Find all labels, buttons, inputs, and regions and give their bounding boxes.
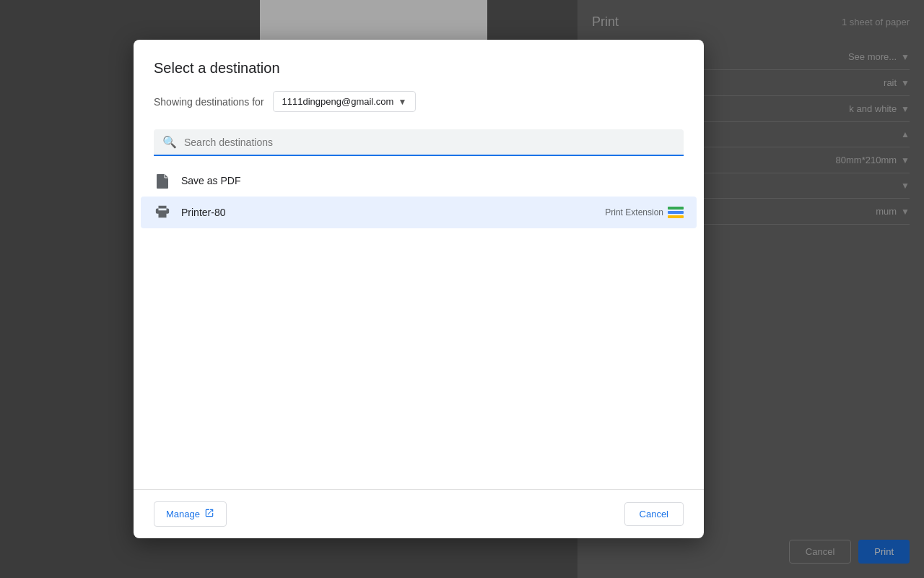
dialog-header: Select a destination Showing destination… [134,40,704,124]
printer-icon [154,204,171,221]
manage-label: Manage [166,509,200,519]
dialog-title: Select a destination [154,60,684,77]
account-dropdown[interactable]: 1111dingpeng@gmail.com ▼ [273,91,417,112]
showing-label: Showing destinations for [154,96,264,108]
showing-row: Showing destinations for 1111dingpeng@gm… [154,91,684,112]
destination-list: Save as PDF Printer-80 Print Extension [134,165,704,489]
destination-item-save-pdf[interactable]: Save as PDF [141,165,697,197]
account-email: 1111dingpeng@gmail.com [282,96,394,107]
manage-button[interactable]: Manage [154,501,227,527]
destination-name-printer-80: Printer-80 [181,207,595,218]
search-container: 🔍 [134,124,704,165]
search-icon: 🔍 [162,135,177,149]
dropdown-arrow-icon: ▼ [398,97,406,107]
dialog-overlay: Select a destination Showing destination… [0,0,924,578]
file-icon [154,172,171,189]
dialog-footer: Manage Cancel [134,490,704,538]
destination-name-save-pdf: Save as PDF [181,175,684,186]
select-destination-dialog: Select a destination Showing destination… [134,40,704,538]
external-link-icon [204,508,214,520]
search-input[interactable] [184,137,675,148]
cancel-button[interactable]: Cancel [624,502,684,526]
search-wrapper: 🔍 [154,129,684,156]
print-extension-icon [668,207,684,218]
badge-text: Print Extension [605,207,663,217]
printer-badge: Print Extension [605,207,684,218]
destination-item-printer-80[interactable]: Printer-80 Print Extension [141,197,697,228]
